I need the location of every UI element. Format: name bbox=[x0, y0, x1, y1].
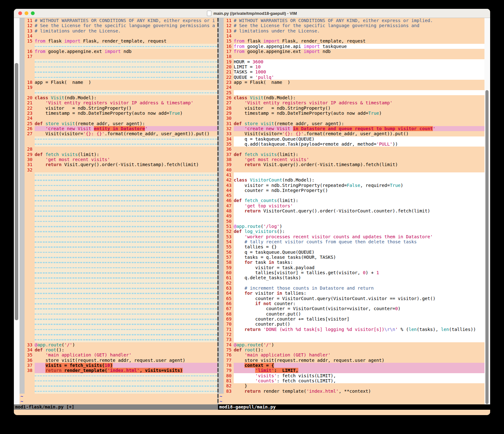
code-text[interactable]: # See the License for the specific langu… bbox=[35, 23, 217, 28]
code-text[interactable] bbox=[35, 327, 217, 332]
code-text[interactable] bbox=[35, 147, 217, 152]
code-text[interactable]: tallies[visitor] = tallies.get(visitor, … bbox=[234, 270, 484, 275]
code-text[interactable]: def root(): bbox=[35, 347, 217, 352]
zoom-button[interactable] bbox=[31, 11, 35, 15]
code-text[interactable] bbox=[35, 167, 217, 172]
left-pane-scrollbar[interactable] bbox=[14, 18, 20, 404]
code-text[interactable]: for visitor in tallies: bbox=[234, 291, 484, 296]
code-text[interactable]: for task in tasks: bbox=[234, 260, 484, 265]
code-text[interactable] bbox=[35, 239, 217, 244]
code-text[interactable] bbox=[35, 316, 217, 321]
code-text[interactable]: if not counter: bbox=[234, 301, 484, 306]
code-text[interactable]: Visit(visitor='{}: {}'.format(remote_add… bbox=[234, 131, 484, 136]
code-text[interactable] bbox=[35, 373, 217, 378]
code-text[interactable] bbox=[35, 44, 217, 49]
code-text[interactable]: q.delete_tasks(tasks) bbox=[234, 275, 484, 280]
code-text[interactable] bbox=[35, 229, 217, 234]
code-text[interactable]: HOUR = 3600 bbox=[234, 59, 484, 64]
code-text[interactable] bbox=[35, 291, 217, 296]
code-text[interactable] bbox=[35, 75, 217, 80]
code-text[interactable]: counter = ndb.IntegerProperty() bbox=[234, 188, 484, 193]
code-text[interactable]: # limitations under the License. bbox=[234, 28, 484, 33]
code-text[interactable] bbox=[35, 193, 217, 198]
code-text[interactable] bbox=[35, 85, 217, 90]
code-text[interactable] bbox=[35, 383, 217, 388]
code-text[interactable]: app = Flask(__name__) bbox=[234, 80, 484, 85]
code-text[interactable]: def fetch_visits(limit): bbox=[234, 152, 484, 157]
code-text[interactable] bbox=[35, 306, 217, 311]
status-bar-left[interactable]: mod1-flask/main.py [+] bbox=[14, 404, 218, 410]
code-text[interactable]: return 'DONE (with %d task[s] logging %d… bbox=[234, 327, 484, 332]
code-text[interactable] bbox=[35, 321, 217, 327]
code-text[interactable]: from google.appengine.ext import ndb bbox=[35, 49, 217, 54]
code-text[interactable]: @app.route('/') bbox=[35, 342, 217, 347]
code-text[interactable] bbox=[234, 337, 484, 342]
status-bar-right[interactable]: mod18-gaepull/main.py bbox=[218, 404, 490, 410]
code-text[interactable]: QUEUE = 'pullq' bbox=[234, 75, 484, 80]
close-button[interactable] bbox=[18, 11, 22, 15]
code-text[interactable]: counter = VisitorCount.query(VisitorCoun… bbox=[234, 296, 484, 301]
code-text[interactable]: } bbox=[234, 383, 484, 388]
code-text[interactable]: counter.put() bbox=[234, 311, 484, 316]
code-text[interactable]: store_visit(request.remote_addr, request… bbox=[35, 358, 217, 363]
code-text[interactable]: @app.route('/log') bbox=[234, 224, 484, 229]
code-text[interactable] bbox=[35, 208, 217, 213]
code-text[interactable]: q = taskqueue.Queue(QUEUE) bbox=[234, 136, 484, 142]
code-text[interactable]: app = Flask(__name__) bbox=[35, 80, 217, 85]
code-text[interactable]: 'get most recent visits' bbox=[35, 157, 217, 162]
code-text[interactable]: timestamp = ndb.DateTimeProperty(auto_no… bbox=[234, 111, 484, 116]
code-text[interactable]: counter = VisitorCount(visitor=visitor, … bbox=[234, 306, 484, 311]
code-text[interactable]: 'Visit entity registers visitor IP addre… bbox=[234, 100, 484, 105]
code-text[interactable]: @app.route('/') bbox=[234, 342, 484, 347]
code-text[interactable]: return render_template('index.html', **c… bbox=[234, 389, 484, 394]
code-text[interactable] bbox=[35, 260, 217, 265]
code-text[interactable]: visits = fetch_visits(10) bbox=[35, 363, 217, 368]
code-text[interactable] bbox=[234, 219, 484, 224]
code-text[interactable] bbox=[35, 234, 217, 239]
code-text[interactable]: tallies = {} bbox=[234, 244, 484, 249]
code-text[interactable] bbox=[35, 270, 217, 275]
code-text[interactable]: 'create new Visit entity in Datastore' bbox=[35, 126, 217, 131]
code-text[interactable] bbox=[35, 54, 217, 59]
code-text[interactable]: def root(): bbox=[234, 347, 484, 352]
code-text[interactable]: from flask import Flask, render_template… bbox=[234, 38, 484, 43]
code-text[interactable]: # WITHOUT WARRANTIES OR CONDITIONS OF AN… bbox=[35, 18, 217, 23]
code-text[interactable] bbox=[234, 332, 484, 337]
code-text[interactable] bbox=[234, 33, 484, 38]
code-text[interactable] bbox=[234, 213, 484, 218]
code-text[interactable]: counter.counter += tallies[visitor] bbox=[234, 316, 484, 321]
code-text[interactable] bbox=[35, 332, 217, 337]
code-text[interactable]: visitor = task.payload bbox=[234, 265, 484, 270]
code-text[interactable]: 'main application (GET) handler' bbox=[35, 352, 217, 357]
code-text[interactable] bbox=[35, 296, 217, 301]
code-text[interactable] bbox=[35, 275, 217, 280]
code-text[interactable]: Visit(visitor='{}: {}'.format(remote_add… bbox=[35, 131, 217, 136]
code-text[interactable]: # WITHOUT WARRANTIES OR CONDITIONS OF AN… bbox=[234, 18, 484, 23]
code-text[interactable] bbox=[35, 69, 217, 74]
code-text[interactable]: def fetch_counts(limit): bbox=[234, 198, 484, 203]
code-text[interactable]: class Visit(ndb.Model): bbox=[35, 95, 217, 100]
code-text[interactable]: class VisitorCount(ndb.Model): bbox=[234, 177, 484, 182]
code-text[interactable] bbox=[35, 213, 217, 218]
code-text[interactable] bbox=[35, 188, 217, 193]
code-text[interactable] bbox=[35, 311, 217, 316]
code-text[interactable]: tasks = q.lease_tasks(HOUR, TASKS) bbox=[234, 255, 484, 260]
code-text[interactable] bbox=[234, 90, 484, 95]
code-text[interactable] bbox=[35, 286, 217, 291]
code-text[interactable] bbox=[35, 177, 217, 182]
code-text[interactable] bbox=[35, 337, 217, 342]
code-text[interactable]: return Visit.query().order(-Visit.timest… bbox=[234, 162, 484, 167]
code-text[interactable] bbox=[234, 85, 484, 90]
code-text[interactable] bbox=[35, 116, 217, 121]
code-text[interactable] bbox=[234, 147, 484, 152]
code-text[interactable] bbox=[35, 90, 217, 95]
code-text[interactable]: def store_visit(remote_addr, user_agent)… bbox=[35, 121, 217, 126]
code-text[interactable] bbox=[35, 64, 217, 69]
code-text[interactable]: # See the License for the specific langu… bbox=[234, 23, 484, 28]
code-text[interactable]: 'create new Visit in Datastore and queue… bbox=[234, 126, 484, 131]
code-text[interactable] bbox=[234, 116, 484, 121]
code-text[interactable]: 'counts': fetch_counts(LIMIT), bbox=[234, 378, 484, 383]
code-text[interactable] bbox=[35, 281, 217, 286]
code-text[interactable]: # increment those counts in Datastore an… bbox=[234, 286, 484, 291]
code-text[interactable] bbox=[35, 59, 217, 64]
